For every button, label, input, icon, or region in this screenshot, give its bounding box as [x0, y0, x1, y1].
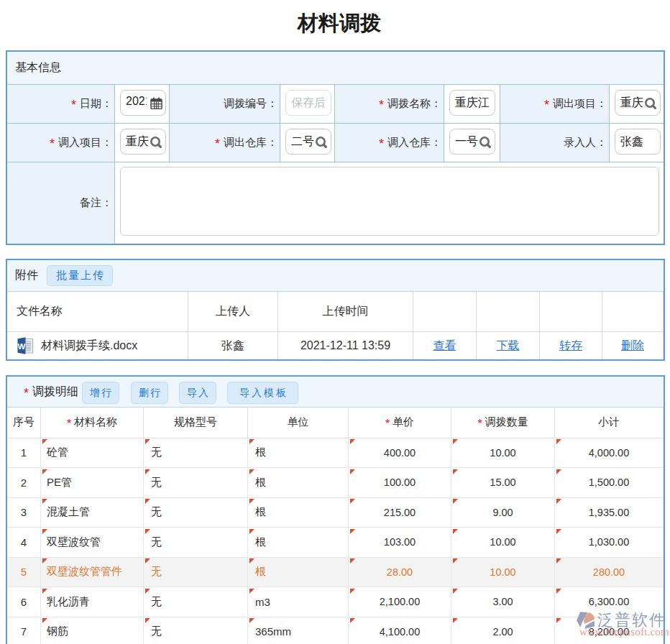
svg-text:W: W [18, 342, 26, 351]
